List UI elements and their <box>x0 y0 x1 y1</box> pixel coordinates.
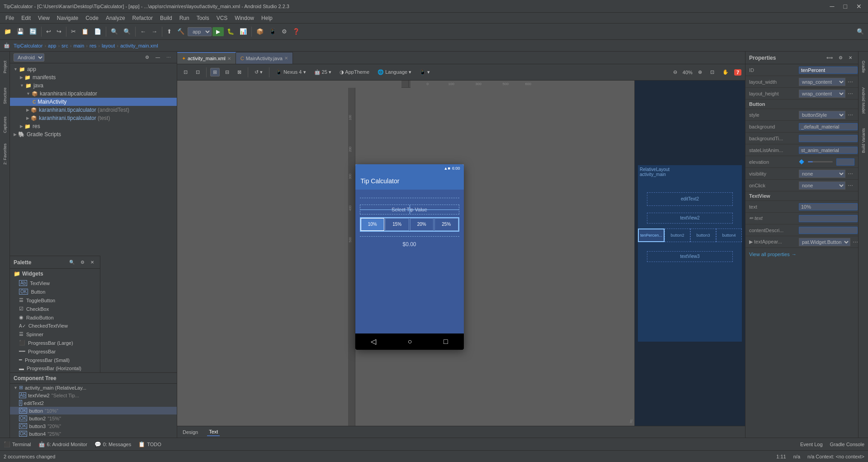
tree-item-res[interactable]: ▶ 📁 res <box>10 122 177 130</box>
paste-button[interactable]: 📄 <box>92 27 104 36</box>
menu-run[interactable]: Run <box>176 14 193 22</box>
menu-code[interactable]: Code <box>82 14 102 22</box>
debug-button[interactable]: 🐛 <box>225 27 236 36</box>
fit-to-screen-button[interactable]: ⊡ <box>181 68 190 76</box>
todo-tab[interactable]: 📋 TODO <box>138 441 161 448</box>
content-desc-input[interactable] <box>799 227 858 234</box>
tree-item-androidtest[interactable]: ▶ 📦 karanhirani.tipcalculator (androidTe… <box>10 106 177 114</box>
breadcrumb-app[interactable]: app <box>48 43 56 48</box>
theme-button[interactable]: ◑ AppTheme <box>337 68 372 76</box>
comp-item-button[interactable]: OK button "10%" <box>10 407 177 414</box>
palette-item-progressbar[interactable]: ━━ ProgressBar <box>10 347 100 356</box>
menu-refactor[interactable]: Refactor <box>129 14 156 22</box>
help-button-toolbar[interactable]: ❓ <box>290 27 302 36</box>
btn-15[interactable]: 15% <box>385 218 409 231</box>
menu-navigate[interactable]: Navigate <box>53 14 82 22</box>
view-all-properties-link[interactable]: View all properties → <box>745 248 858 261</box>
palette-close-button[interactable]: ✕ <box>88 258 96 266</box>
app-configuration-select[interactable]: app <box>188 27 212 36</box>
back-nav-icon[interactable]: ◁ <box>371 337 376 346</box>
settings-button[interactable]: ⚙ <box>279 27 289 36</box>
canvas-area[interactable]: 0 100 300 500 600 100 200 300 400 500 <box>177 81 634 426</box>
palette-settings-button[interactable]: ⚙ <box>78 258 87 266</box>
text-input[interactable] <box>799 203 858 210</box>
comp-item-button3[interactable]: OK button3 "20%" <box>10 422 177 430</box>
palette-item-button[interactable]: OK Button <box>10 287 100 296</box>
palette-item-textview[interactable]: Ab TextView <box>10 279 100 287</box>
fit-screen-button2[interactable]: ⊡ <box>708 68 717 76</box>
layout-width-select[interactable]: wrap_content <box>799 78 845 86</box>
tab-text[interactable]: Text <box>207 428 220 436</box>
find-prev-button[interactable]: 🔍 <box>121 27 133 36</box>
tree-item-package[interactable]: ▼ 📦 karanhirani.tipcalculator <box>10 90 177 98</box>
zoom-out-button[interactable]: ⊖ <box>670 68 680 76</box>
tab-mainactivity-java[interactable]: C MainActivity.java ✕ <box>236 52 293 64</box>
android-model-icon[interactable]: Android Model <box>859 82 868 119</box>
back-button[interactable]: ← <box>138 27 148 36</box>
menu-view[interactable]: View <box>34 14 53 22</box>
api-level-button[interactable]: 🤖 25 ▾ <box>311 68 334 76</box>
zoom-in-button[interactable]: ⊕ <box>695 68 705 76</box>
design-view-button[interactable]: ⊞ <box>210 68 220 76</box>
breadcrumb-res[interactable]: res <box>90 43 96 48</box>
profile-button[interactable]: 📊 <box>237 27 249 36</box>
tree-item-mainactivity[interactable]: C MainActivity <box>10 98 177 106</box>
btn-25[interactable]: 25% <box>434 218 458 231</box>
menu-analyze[interactable]: Analyze <box>102 14 129 22</box>
resize-handle[interactable]: // <box>630 419 632 424</box>
menu-help[interactable]: Help <box>258 14 276 22</box>
menu-file[interactable]: File <box>2 14 18 22</box>
tab-close-activity-main[interactable]: ✕ <box>227 56 231 61</box>
rotate-button[interactable]: ↺ ▾ <box>252 68 265 76</box>
style-select[interactable]: buttonStyle <box>799 111 845 119</box>
layout-height-more[interactable]: ⋯ <box>846 90 854 97</box>
sdk-manager-button[interactable]: 📦 <box>254 27 266 36</box>
comp-item-edittext2[interactable]: I editText2 <box>10 399 177 407</box>
recent-nav-icon[interactable]: □ <box>443 338 448 346</box>
comp-item-button4[interactable]: OK button4 "25%" <box>10 430 177 438</box>
tree-item-java[interactable]: ▼ 📁 java <box>10 81 177 90</box>
onclick-select[interactable]: none <box>799 181 845 190</box>
run-button[interactable]: ▶ <box>212 27 224 36</box>
maximize-button[interactable]: □ <box>841 2 850 11</box>
props-settings-button[interactable]: ⚙ <box>836 54 845 62</box>
tree-item-app[interactable]: ▼ 📁 app <box>10 65 177 73</box>
combined-view-button[interactable]: ⊠ <box>235 68 244 76</box>
sync-project-button[interactable]: ⚙ <box>143 53 151 61</box>
palette-item-togglebutton[interactable]: ☰ ToggleButton <box>10 296 100 305</box>
cut-button[interactable]: ✂ <box>69 27 78 36</box>
build-button[interactable]: 🔨 <box>175 27 187 36</box>
menu-build[interactable]: Build <box>156 14 176 22</box>
project-icon[interactable]: Project <box>0 53 9 81</box>
gradle-console-tab[interactable]: Gradle Console <box>830 442 864 447</box>
undo-button[interactable]: ↩ <box>44 27 53 36</box>
breadcrumb-main[interactable]: main <box>73 43 84 48</box>
text-appear-select[interactable]: pat.Widget.Button <box>799 238 850 246</box>
open-button[interactable]: 📁 <box>2 27 14 36</box>
home-nav-icon[interactable]: ○ <box>408 338 412 346</box>
layout-width-more[interactable]: ⋯ <box>846 79 854 85</box>
forward-button[interactable]: → <box>149 27 160 36</box>
search-everywhere-button[interactable]: 🔍 <box>854 27 866 36</box>
breadcrumb-activity-main[interactable]: activity_main.xml <box>120 43 158 48</box>
messages-tab[interactable]: 💬 0: Messages <box>94 441 131 448</box>
find-button[interactable]: 🔍 <box>108 27 120 36</box>
props-close-button[interactable]: ✕ <box>846 54 854 62</box>
menu-window[interactable]: Window <box>231 14 258 22</box>
build-variants-icon[interactable]: Build Variants <box>859 120 868 161</box>
sync-button[interactable]: 🔄 <box>27 27 39 36</box>
copy-button[interactable]: 📋 <box>79 27 91 36</box>
style-more[interactable]: ⋯ <box>846 112 854 118</box>
visibility-select[interactable]: none <box>799 170 845 178</box>
layout-height-select[interactable]: wrap_content <box>799 90 845 98</box>
collapse-all-button[interactable]: — <box>153 53 162 61</box>
props-arrow-button[interactable]: ⟺ <box>824 54 835 62</box>
onclick-more[interactable]: ⋯ <box>846 182 854 189</box>
breadcrumb-tipcalculator[interactable]: TipCalculator <box>14 43 42 48</box>
palette-item-progressbar-large[interactable]: ⬛ ProgressBar (Large) <box>10 338 100 347</box>
minimize-button[interactable]: ─ <box>827 2 837 11</box>
comp-item-textview2[interactable]: Ab textView2 "Select Tip... <box>10 391 177 399</box>
palette-item-spinner[interactable]: ☰ Spinner <box>10 330 100 338</box>
event-log-tab[interactable]: Event Log <box>800 442 823 447</box>
android-monitor-tab[interactable]: 🤖 6: Android Monitor <box>38 441 87 448</box>
